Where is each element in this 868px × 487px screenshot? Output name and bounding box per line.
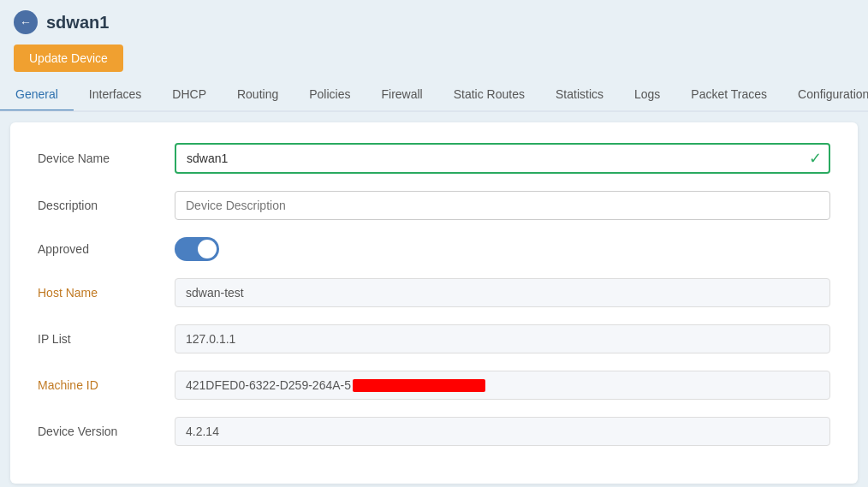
device-version-input [175,417,830,446]
description-label: Description [38,199,175,212]
tab-routing[interactable]: Routing [222,79,294,112]
tab-static-routes[interactable]: Static Routes [438,79,540,112]
page-title: sdwan1 [46,13,109,33]
machine-id-redacted: XXXXXXXXXXXXXXXXX [353,379,485,392]
device-name-label: Device Name [38,151,175,165]
tab-general[interactable]: General [0,79,74,112]
host-name-label: Host Name [38,286,175,300]
tab-dhcp[interactable]: DHCP [157,79,222,112]
tab-policies[interactable]: Policies [294,79,366,112]
header: ← sdwan1 [0,0,868,41]
description-input[interactable] [175,191,830,220]
tab-statistics[interactable]: Statistics [540,79,619,112]
host-name-input [175,278,830,307]
device-name-input[interactable] [175,143,830,174]
content-area: Device Name ✓ Description Approved Host … [10,122,858,484]
approved-toggle[interactable] [175,237,219,261]
ip-list-label: IP List [38,332,175,346]
approved-label: Approved [38,242,175,256]
description-row: Description [38,191,830,220]
device-name-row: Device Name ✓ [38,143,830,174]
host-name-input-wrapper [175,278,830,307]
description-input-wrapper [175,191,830,220]
device-name-check-icon: ✓ [809,149,822,168]
host-name-row: Host Name [38,278,830,307]
tab-logs[interactable]: Logs [619,79,675,112]
machine-id-input-wrapper: 421DFED0-6322-D259-264A-5 XXXXXXXXXXXXXX… [175,371,830,400]
device-version-input-wrapper [175,417,830,446]
device-version-row: Device Version [38,417,830,446]
device-name-input-wrapper: ✓ [175,143,830,174]
tab-packet-traces[interactable]: Packet Traces [675,79,782,112]
update-device-button[interactable]: Update Device [14,45,123,72]
machine-id-label: Machine ID [38,378,175,392]
machine-id-display: 421DFED0-6322-D259-264A-5 XXXXXXXXXXXXXX… [175,371,830,400]
ip-list-input [175,324,830,353]
toggle-slider [175,237,219,261]
approved-row: Approved [38,237,830,261]
ip-list-input-wrapper [175,324,830,353]
device-version-label: Device Version [38,425,175,438]
back-icon[interactable]: ← [14,10,38,34]
ip-list-row: IP List [38,324,830,353]
tab-configuration[interactable]: Configuration [782,79,868,112]
machine-id-row: Machine ID 421DFED0-6322-D259-264A-5 XXX… [38,371,830,400]
tabs-container: General Interfaces DHCP Routing Policies… [0,79,868,112]
tab-firewall[interactable]: Firewall [366,79,437,112]
tab-interfaces[interactable]: Interfaces [74,79,157,112]
machine-id-text: 421DFED0-6322-D259-264A-5 [186,378,351,392]
